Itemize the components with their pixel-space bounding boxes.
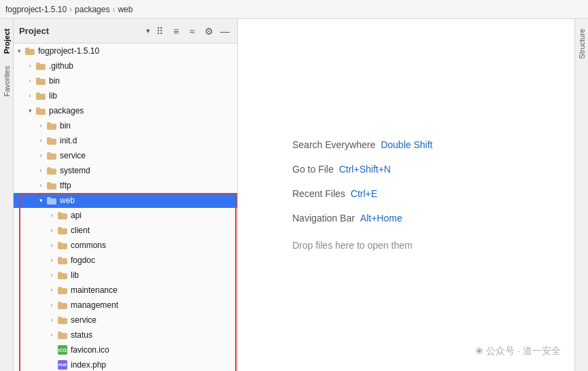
file-icon: PHP: [57, 359, 68, 370]
right-vertical-tabs: Structure: [574, 19, 588, 371]
toolbar-btn-collapse[interactable]: ≡: [169, 24, 183, 38]
tree-label: tftp: [60, 181, 71, 190]
chevron-right-icon: ›: [46, 227, 57, 234]
main-layout: Project Favorites Project ▾ ⠿ ≡ ≈ ⚙ — ▾ …: [0, 19, 588, 371]
toolbar-btn-expand[interactable]: ≈: [186, 24, 199, 38]
shortcut-search-everywhere: Search Everywhere Double Shift: [292, 139, 432, 150]
tree-item[interactable]: › client: [14, 223, 237, 238]
tree-item[interactable]: › .github: [14, 58, 237, 73]
folder-icon: [57, 285, 68, 296]
shortcut-recent-files: Recent Files Ctrl+E: [292, 188, 432, 199]
folder-icon: [57, 330, 68, 340]
left-vertical-tabs: Project Favorites: [0, 19, 14, 371]
right-panel: Search Everywhere Double Shift Go to Fil…: [238, 19, 574, 371]
shortcut-goto-file: Go to File Ctrl+Shift+N: [292, 164, 432, 175]
tree-label: maintenance: [71, 285, 118, 295]
tree-item[interactable]: ▾ packages: [14, 103, 237, 118]
tree-item[interactable]: › bin: [14, 118, 237, 133]
tree-item[interactable]: › service: [14, 313, 237, 328]
tree-label: favicon.ico: [71, 345, 109, 355]
chevron-right-icon: ›: [46, 332, 57, 338]
tree-item[interactable]: › management: [14, 298, 237, 313]
chevron-right-icon: ›: [24, 92, 35, 99]
folder-icon: [35, 90, 46, 101]
folder-icon: [57, 225, 68, 236]
sidebar-title: Project: [19, 26, 143, 36]
tree-item[interactable]: › service: [14, 148, 237, 163]
tree-item[interactable]: › maintenance: [14, 283, 237, 298]
toolbar-btn-settings[interactable]: ⚙: [202, 24, 215, 38]
tree-item[interactable]: › tftp: [14, 178, 237, 193]
breadcrumb-part-3[interactable]: web: [118, 5, 133, 14]
folder-icon: [46, 165, 57, 176]
folder-icon: [46, 120, 57, 131]
tree-item[interactable]: › bin: [14, 73, 237, 88]
toolbar-dropdown-arrow[interactable]: ▾: [146, 26, 150, 35]
chevron-right-icon: ›: [35, 182, 46, 189]
toolbar-btn-dots[interactable]: ⠿: [153, 24, 167, 38]
tree-item[interactable]: › systemd: [14, 163, 237, 178]
sidebar-tree-wrapper: ▾ fogproject-1.5.10› .github› bin› lib▾: [14, 43, 237, 371]
folder-icon: [57, 210, 68, 221]
shortcut-label-goto: Go to File: [292, 164, 334, 175]
tree-label: bin: [49, 76, 60, 86]
php-icon: PHP: [58, 360, 67, 370]
shortcut-list: Search Everywhere Double Shift Go to Fil…: [292, 139, 432, 224]
folder-icon: [46, 180, 57, 191]
chevron-right-icon: ›: [46, 287, 57, 294]
vtab-favorites[interactable]: Favorites: [1, 60, 12, 102]
vtab-structure[interactable]: Structure: [576, 23, 587, 65]
tree-item[interactable]: › status: [14, 328, 237, 342]
chevron-right-icon: ›: [35, 167, 46, 174]
tree-label: service: [60, 151, 86, 160]
chevron-right-icon: ›: [46, 212, 57, 219]
tree-label: service: [71, 315, 97, 325]
folder-icon: [57, 300, 68, 311]
tree-item[interactable]: › lib: [14, 88, 237, 103]
tree-item[interactable]: › lib: [14, 268, 237, 283]
chevron-right-icon: ›: [46, 257, 57, 264]
chevron-down-icon: ▾: [14, 48, 24, 54]
chevron-right-icon: ›: [46, 317, 57, 323]
chevron-right-icon: ›: [35, 152, 46, 159]
breadcrumb-part-2[interactable]: packages: [75, 5, 109, 14]
folder-icon: [46, 135, 57, 146]
watermark: ❀ 公众号 · 道一安全: [475, 345, 561, 357]
watermark-icon: ❀: [475, 345, 483, 356]
tree-label: api: [71, 211, 82, 220]
folder-icon: [35, 105, 46, 116]
tree-label: bin: [60, 121, 71, 130]
tree-label: lib: [71, 270, 79, 280]
shortcut-label-recent: Recent Files: [292, 188, 345, 199]
breadcrumb-bar: fogproject-1.5.10 › packages › web: [0, 0, 588, 19]
folder-icon: [24, 46, 35, 56]
tree-item[interactable]: › fogdoc: [14, 253, 237, 268]
tree-item[interactable]: ▾ fogproject-1.5.10: [14, 43, 237, 58]
tree-item[interactable]: ICOfavicon.ico: [14, 342, 237, 357]
shortcut-key-search: Double Shift: [381, 139, 432, 150]
folder-icon: [57, 255, 68, 266]
folder-icon: [57, 270, 68, 281]
tree-label: web: [60, 196, 75, 205]
chevron-down-icon: ▾: [24, 107, 35, 114]
tree-item[interactable]: › init.d: [14, 133, 237, 148]
breadcrumb-sep-2: ›: [112, 5, 115, 14]
chevron-right-icon: ›: [35, 122, 46, 129]
sidebar: Project ▾ ⠿ ≡ ≈ ⚙ — ▾ fogproject-1.5.10›…: [14, 19, 238, 371]
tree-label: fogdoc: [71, 255, 95, 265]
folder-icon: [35, 60, 46, 71]
shortcut-key-recent: Ctrl+E: [351, 188, 377, 199]
chevron-right-icon: ›: [46, 302, 57, 308]
tree-item[interactable]: › commons: [14, 238, 237, 253]
breadcrumb-part-1[interactable]: fogproject-1.5.10: [5, 5, 67, 14]
tree-item[interactable]: › api: [14, 208, 237, 223]
watermark-text: 公众号 · 道一安全: [486, 345, 561, 356]
tree-label: lib: [49, 91, 57, 101]
tree-item[interactable]: PHPindex.php: [14, 357, 237, 371]
folder-icon: [35, 75, 46, 86]
toolbar-btn-minimize[interactable]: —: [218, 24, 232, 38]
tree-label: index.php: [71, 360, 106, 370]
folder-icon: [46, 150, 57, 161]
tree-item[interactable]: ▾ web: [14, 193, 237, 208]
vtab-project[interactable]: Project: [1, 23, 12, 59]
